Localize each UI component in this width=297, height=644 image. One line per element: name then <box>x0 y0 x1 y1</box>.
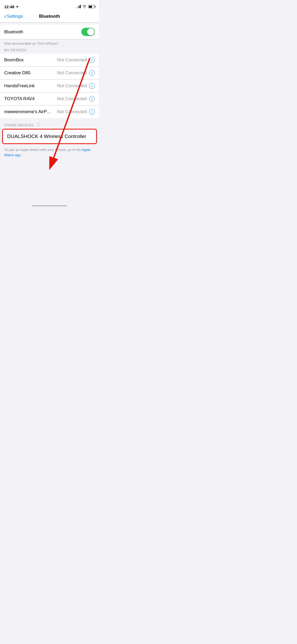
location-icon: ➤ <box>16 5 18 8</box>
discoverable-text: Now discoverable as "Em's iPhone". <box>0 39 99 47</box>
device-name: Creative D80 <box>4 70 30 76</box>
apple-watch-note: To pair an Apple Watch with your iPhone,… <box>0 144 99 161</box>
info-button[interactable]: i <box>89 57 95 63</box>
device-status: Not Connected <box>57 83 87 89</box>
device-status: Not Connected <box>57 109 87 114</box>
device-dualshock[interactable]: DUALSHOCK 4 Wireless Controller <box>3 130 96 143</box>
toggle-thumb <box>87 28 94 35</box>
apple-watch-text: To pair an Apple Watch with your iPhone,… <box>4 148 82 152</box>
bottom-spacer <box>0 161 99 203</box>
battery-icon <box>88 5 95 8</box>
status-time: 12:48 ➤ <box>4 4 18 9</box>
home-bar <box>32 205 67 206</box>
other-device-name: DUALSHOCK 4 Wireless Controller <box>7 134 86 139</box>
my-devices-label: MY DEVICES <box>4 48 26 52</box>
device-name: TOYOTA RAV4 <box>4 96 35 102</box>
back-chevron-icon: ‹ <box>4 13 6 19</box>
svg-point-2 <box>39 125 40 125</box>
back-label: Settings <box>7 14 23 19</box>
device-boombox[interactable]: BoomBox Not Connected i <box>0 54 99 67</box>
other-devices-box: DUALSHOCK 4 Wireless Controller <box>2 129 97 144</box>
device-airpods[interactable]: meeeemmeme's AirP… Not Connected i <box>0 105 99 118</box>
other-devices-label: OTHER DEVICES <box>4 123 34 127</box>
info-button[interactable]: i <box>89 96 95 102</box>
info-button[interactable]: i <box>89 70 95 76</box>
device-name: BoomBox <box>4 57 24 63</box>
nav-gap <box>0 22 99 25</box>
device-status-area: Not Connected i <box>57 57 95 63</box>
bluetooth-label: Bluetooth <box>4 29 23 35</box>
svg-point-7 <box>36 123 37 124</box>
svg-point-6 <box>36 125 36 125</box>
signal-icon <box>76 5 81 8</box>
my-devices-header: MY DEVICES <box>0 47 99 54</box>
status-icons <box>76 5 95 8</box>
device-name: meeeemmeme's AirP… <box>4 109 51 114</box>
device-status: Not Connected <box>57 96 87 102</box>
home-indicator <box>0 203 99 211</box>
svg-point-1 <box>39 123 39 124</box>
page-title: Bluetooth <box>39 14 60 19</box>
device-creative-d80[interactable]: Creative D80 Not Connected i <box>0 67 99 80</box>
wifi-icon <box>82 5 87 8</box>
my-devices-list: BoomBox Not Connected i Creative D80 Not… <box>0 54 99 118</box>
bluetooth-toggle-row: Bluetooth <box>0 25 99 39</box>
spinner-icon <box>36 123 40 127</box>
device-status-area: Not Connected i <box>57 109 95 115</box>
other-devices-section-header: OTHER DEVICES <box>0 121 99 129</box>
device-toyota-rav4[interactable]: TOYOTA RAV4 Not Connected i <box>0 93 99 105</box>
device-status-area: Not Connected i <box>57 96 95 102</box>
time-display: 12:48 <box>4 4 14 9</box>
info-button[interactable]: i <box>89 109 95 115</box>
discoverable-message: Now discoverable as "Em's iPhone". <box>4 42 59 45</box>
device-name: HandsFreeLink <box>4 83 35 89</box>
device-status: Not Connected <box>57 57 87 63</box>
device-handsfreelink[interactable]: HandsFreeLink Not Connected i <box>0 80 99 93</box>
device-status-area: Not Connected i <box>57 83 95 89</box>
info-button[interactable]: i <box>89 83 95 89</box>
svg-point-5 <box>36 126 37 126</box>
svg-point-4 <box>37 126 38 127</box>
nav-bar: ‹ Settings Bluetooth <box>0 12 99 22</box>
status-bar: 12:48 ➤ <box>0 0 99 12</box>
svg-point-3 <box>39 126 39 126</box>
svg-point-0 <box>37 123 38 123</box>
section-gap <box>0 118 99 121</box>
device-status-area: Not Connected i <box>57 70 95 76</box>
device-status: Not Connected <box>57 70 87 76</box>
bluetooth-toggle[interactable] <box>81 28 95 36</box>
back-button[interactable]: ‹ Settings <box>4 14 23 19</box>
